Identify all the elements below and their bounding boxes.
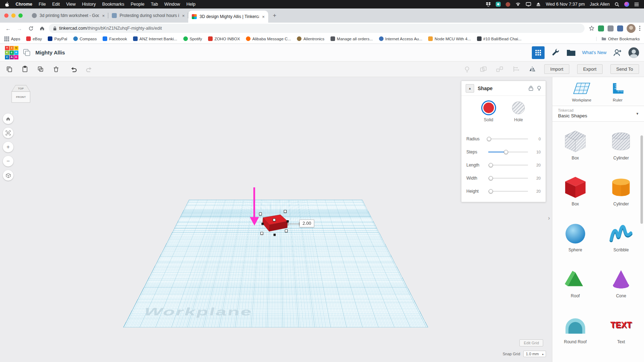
- snap-grid-select[interactable]: 1.0 mm ▴: [523, 351, 546, 357]
- scale-handle-sw[interactable]: [260, 232, 263, 235]
- shape-tile-cone[interactable]: Cone: [598, 264, 644, 310]
- user-avatar[interactable]: [628, 47, 639, 58]
- bookmark-ebay[interactable]: eBay: [26, 36, 42, 41]
- steps-slider-track[interactable]: [488, 152, 528, 152]
- height-slider-knob[interactable]: [489, 189, 493, 193]
- tools-wrench-icon[interactable]: [551, 48, 560, 57]
- blocks-view-button[interactable]: [532, 46, 545, 59]
- bookmark-internet-access[interactable]: Internet Access Au...: [379, 36, 422, 41]
- extension-icon-1[interactable]: [598, 25, 604, 31]
- menubar-user[interactable]: Jack Allen: [590, 2, 610, 7]
- height-slider-track[interactable]: [488, 191, 528, 192]
- shape-tile-sphere[interactable]: Sphere: [552, 218, 598, 264]
- width-slider-knob[interactable]: [489, 176, 493, 180]
- tab-close-icon[interactable]: ×: [182, 13, 185, 18]
- mirror-flip-icon[interactable]: [528, 65, 536, 74]
- solid-swatch[interactable]: [482, 101, 495, 114]
- bookmark-alibaba[interactable]: Alibaba Message C...: [246, 36, 291, 41]
- hole-option[interactable]: Hole: [512, 101, 525, 122]
- 3d-viewport[interactable]: TOP FRONT + − Workplane: [0, 77, 552, 362]
- length-slider-knob[interactable]: [489, 163, 493, 167]
- spotlight-icon[interactable]: [615, 2, 619, 7]
- siri-icon[interactable]: [624, 2, 629, 7]
- hole-swatch[interactable]: [512, 101, 525, 114]
- view-cube[interactable]: TOP FRONT: [11, 84, 31, 107]
- edge-handle-right[interactable]: [287, 220, 289, 222]
- copy-icon[interactable]: [5, 65, 13, 74]
- solid-option[interactable]: Solid: [482, 101, 495, 122]
- group-icon[interactable]: [479, 65, 488, 74]
- library-collapse-chevron[interactable]: ›: [548, 215, 550, 221]
- steps-slider-knob[interactable]: [504, 150, 508, 154]
- eject-icon[interactable]: [536, 2, 541, 6]
- whats-new-link[interactable]: What's New: [582, 50, 606, 55]
- bookmark-paypal[interactable]: PayPal: [48, 36, 67, 41]
- projects-folder-icon[interactable]: [567, 49, 576, 57]
- shape-tile-round-roof[interactable]: Round Roof: [552, 310, 598, 356]
- fit-view-button[interactable]: [3, 128, 13, 138]
- menubar-item-edit[interactable]: Edit: [52, 2, 60, 7]
- export-button[interactable]: Export: [577, 64, 603, 74]
- delete-icon[interactable]: [52, 65, 60, 74]
- dropbox-icon[interactable]: [486, 2, 491, 7]
- shape-tile-hole-cylinder[interactable]: Cylinder: [598, 126, 644, 172]
- bookmark-allentronics[interactable]: Allentronics: [297, 36, 324, 41]
- other-bookmarks[interactable]: Other Bookmarks: [596, 37, 640, 41]
- ungroup-icon[interactable]: [495, 65, 504, 74]
- undo-icon[interactable]: [69, 65, 78, 74]
- menubar-item-help[interactable]: Help: [186, 2, 196, 7]
- helper-workplane[interactable]: Workplane: [572, 82, 591, 102]
- tinkercad-logo[interactable]: TIN KER CAD: [5, 46, 18, 59]
- radius-slider-knob[interactable]: [487, 137, 491, 141]
- home-view-button[interactable]: [3, 113, 13, 124]
- spinner-icon[interactable]: ▴: [542, 352, 544, 356]
- browser-tab-1[interactable]: 3d printing fdm worksheet - Goo ×: [28, 8, 108, 23]
- bookmark-star-icon[interactable]: [589, 25, 594, 31]
- back-button[interactable]: ←: [4, 24, 13, 33]
- teal-app-icon[interactable]: [496, 2, 501, 7]
- show-all-bulb-icon[interactable]: [463, 65, 471, 74]
- tab-close-icon[interactable]: ×: [262, 14, 265, 19]
- design-title[interactable]: Mighty Allis: [35, 49, 65, 56]
- library-scrollbar[interactable]: [640, 135, 643, 224]
- extension-icon-3[interactable]: [617, 25, 623, 31]
- scale-handle-nw[interactable]: [259, 212, 262, 215]
- apple-menu-icon[interactable]: [5, 2, 9, 7]
- height-handle[interactable]: [273, 218, 276, 221]
- helper-ruler[interactable]: Ruler: [611, 82, 625, 102]
- edit-grid-button[interactable]: Edit Grid: [519, 339, 543, 346]
- extension-icon-2[interactable]: [608, 25, 614, 31]
- menubar-item-people[interactable]: People: [131, 2, 144, 7]
- shape-tile-scribble[interactable]: Scribble: [598, 218, 644, 264]
- minimize-window-button[interactable]: [11, 13, 16, 18]
- reload-button[interactable]: [26, 24, 35, 33]
- new-tab-button[interactable]: +: [270, 11, 280, 21]
- menubar-item-history[interactable]: History: [82, 2, 96, 7]
- chrome-menu-icon[interactable]: [639, 25, 640, 31]
- edge-handle-left[interactable]: [261, 223, 264, 225]
- chrome-profile-avatar[interactable]: [627, 24, 636, 33]
- menubar-clock[interactable]: Wed 6 Nov 7:37 pm: [546, 2, 585, 7]
- menubar-item-window[interactable]: Window: [164, 2, 180, 7]
- bookmark-manage-orders[interactable]: Manage all orders...: [330, 36, 373, 41]
- inspector-collapse-button[interactable]: ▲: [466, 84, 474, 93]
- hide-bulb-icon[interactable]: [537, 86, 541, 91]
- bookmark-ball-bead[interactable]: #10 Ball/Bead Chai...: [477, 36, 522, 41]
- tab-close-icon[interactable]: ×: [102, 13, 105, 18]
- shape-tile-cylinder[interactable]: Cylinder: [598, 172, 644, 218]
- align-icon[interactable]: [512, 65, 520, 74]
- bookmark-facebook[interactable]: Facebook: [103, 36, 127, 41]
- duplicate-icon[interactable]: [36, 65, 45, 74]
- browser-tab-2[interactable]: Protesting during school hours i ×: [108, 8, 188, 23]
- scale-handle-se[interactable]: [285, 229, 288, 232]
- forward-button[interactable]: →: [15, 24, 24, 33]
- selected-box-object[interactable]: [257, 209, 292, 243]
- display-icon[interactable]: [526, 2, 531, 6]
- paste-icon[interactable]: [21, 65, 29, 74]
- menubar-item-view[interactable]: View: [66, 2, 76, 7]
- zoom-in-button[interactable]: +: [3, 142, 13, 152]
- shape-tile-roof[interactable]: Roof: [552, 264, 598, 310]
- menubar-item-tab[interactable]: Tab: [151, 2, 158, 7]
- menubar-item-file[interactable]: File: [39, 2, 46, 7]
- bookmark-compass[interactable]: Compass: [73, 36, 97, 41]
